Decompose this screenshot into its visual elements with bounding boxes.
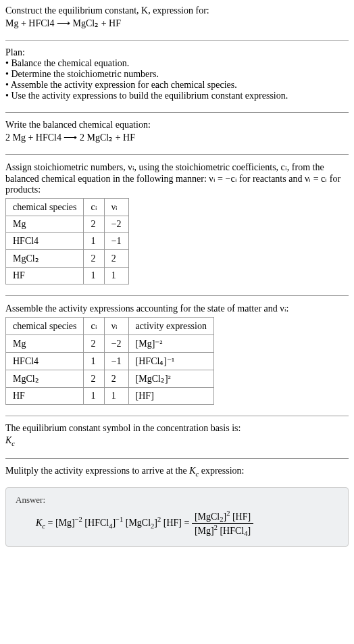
divider	[5, 154, 349, 155]
intro-line1: Construct the equilibrium constant, K, e…	[5, 5, 349, 16]
table-cell: 1	[104, 388, 128, 405]
balanced-equation: 2 Mg + HFCl4 ⟶ 2 MgCl₂ + HF	[5, 132, 349, 143]
divider	[5, 295, 349, 296]
kc-symbol-section: The equilibrium constant symbol in the c…	[5, 423, 349, 454]
divider	[5, 416, 349, 416]
answer-lhs: Kc = [Mg]−2 [HFCl4]−1 [MgCl2]2 [HF] =	[36, 518, 192, 528]
table-cell: [MgCl₂]²	[128, 370, 213, 388]
stoich-section: Assign stoichiometric numbers, νᵢ, using…	[5, 162, 349, 291]
table-cell: 1	[84, 268, 104, 284]
plan-item: • Use the activity expressions to build …	[5, 91, 349, 101]
table-cell: [Mg]⁻²	[128, 335, 213, 353]
table-cell: HF	[6, 388, 84, 405]
activity-text: Assemble the activity expressions accoun…	[5, 303, 349, 314]
table-cell: Mg	[6, 216, 84, 233]
table-cell: MgCl₂	[6, 370, 84, 388]
activity-table: chemical species cᵢ νᵢ activity expressi…	[5, 317, 214, 405]
table-header: νᵢ	[104, 199, 128, 216]
table-row: Mg 2 −2	[6, 216, 129, 233]
answer-box: Answer: Kc = [Mg]−2 [HFCl4]−1 [MgCl2]2 […	[5, 487, 349, 547]
plan-item: • Determine the stoichiometric numbers.	[5, 69, 349, 80]
divider	[5, 458, 349, 459]
table-cell: [HFCl₄]⁻¹	[128, 353, 213, 370]
table-header: chemical species	[6, 199, 84, 216]
table-row: Mg 2 −2 [Mg]⁻²	[6, 335, 214, 353]
table-header: activity expression	[128, 318, 213, 335]
kc-symbol: Kc	[5, 435, 349, 447]
answer-numerator: [MgCl2]2 [HF]	[192, 510, 253, 524]
kc-symbol-text: The equilibrium constant symbol in the c…	[5, 423, 349, 434]
table-cell: 2	[104, 370, 128, 388]
table-header: cᵢ	[84, 199, 104, 216]
table-header: chemical species	[6, 318, 84, 335]
table-row: MgCl₂ 2 2	[6, 250, 129, 268]
table-cell: HFCl4	[6, 353, 84, 370]
table-cell: 1	[84, 388, 104, 405]
plan-heading: Plan:	[5, 47, 349, 58]
divider	[5, 112, 349, 113]
stoich-table: chemical species cᵢ νᵢ Mg 2 −2 HFCl4 1 −…	[5, 198, 129, 284]
plan-section: Plan: • Balance the chemical equation. •…	[5, 47, 349, 108]
intro-equation: Mg + HFCl4 ⟶ MgCl₂ + HF	[5, 18, 349, 29]
balanced-heading: Write the balanced chemical equation:	[5, 120, 349, 130]
answer-denominator: [Mg]2 [HFCl4]	[192, 524, 253, 537]
answer-fraction: [MgCl2]2 [HF] [Mg]2 [HFCl4]	[192, 510, 253, 538]
table-cell: 2	[84, 250, 104, 268]
divider	[5, 40, 349, 41]
table-row: HF 1 1 [HF]	[6, 388, 214, 405]
table-cell: 2	[84, 370, 104, 388]
table-cell: −1	[104, 233, 128, 250]
table-cell: 2	[84, 335, 104, 353]
table-row: HF 1 1	[6, 268, 129, 284]
table-header-row: chemical species cᵢ νᵢ activity expressi…	[6, 318, 214, 335]
table-cell: 2	[104, 250, 128, 268]
table-cell: −2	[104, 335, 128, 353]
table-cell: −1	[104, 353, 128, 370]
multiply-section: Mulitply the activity expressions to arr…	[5, 466, 349, 485]
plan-item: • Assemble the activity expression for e…	[5, 80, 349, 91]
plan-item: • Balance the chemical equation.	[5, 58, 349, 69]
activity-section: Assemble the activity expressions accoun…	[5, 303, 349, 412]
table-cell: 1	[84, 353, 104, 370]
table-row: MgCl₂ 2 2 [MgCl₂]²	[6, 370, 214, 388]
table-cell: 1	[84, 233, 104, 250]
table-header: νᵢ	[104, 318, 128, 335]
table-cell: Mg	[6, 335, 84, 353]
balanced-section: Write the balanced chemical equation: 2 …	[5, 120, 349, 150]
table-row: HFCl4 1 −1	[6, 233, 129, 250]
answer-label: Answer:	[16, 495, 338, 505]
stoich-text: Assign stoichiometric numbers, νᵢ, using…	[5, 162, 349, 195]
table-cell: HF	[6, 268, 84, 284]
table-cell: [HF]	[128, 388, 213, 405]
multiply-text: Mulitply the activity expressions to arr…	[5, 466, 349, 478]
table-cell: 1	[104, 268, 128, 284]
table-cell: MgCl₂	[6, 250, 84, 268]
answer-expression: Kc = [Mg]−2 [HFCl4]−1 [MgCl2]2 [HF] = [M…	[16, 510, 338, 538]
table-cell: −2	[104, 216, 128, 233]
table-header: cᵢ	[84, 318, 104, 335]
table-cell: HFCl4	[6, 233, 84, 250]
table-row: HFCl4 1 −1 [HFCl₄]⁻¹	[6, 353, 214, 370]
table-cell: 2	[84, 216, 104, 233]
intro-section: Construct the equilibrium constant, K, e…	[5, 5, 349, 36]
table-header-row: chemical species cᵢ νᵢ	[6, 199, 129, 216]
